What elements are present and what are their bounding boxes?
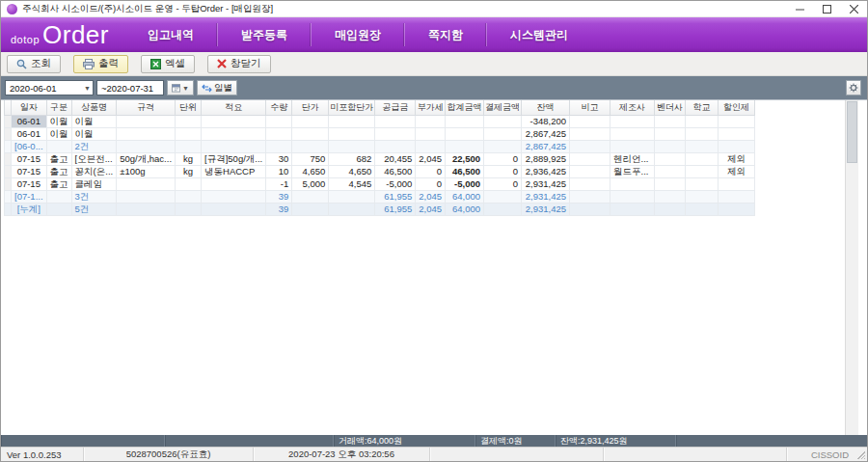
grid-cell[interactable] bbox=[329, 140, 375, 152]
grid-cell[interactable]: 61,955 bbox=[375, 190, 416, 203]
grid-cell[interactable]: 07-15 bbox=[12, 152, 47, 165]
grid-cell[interactable]: 07-15 bbox=[12, 165, 47, 177]
column-header[interactable]: 합계금액 bbox=[446, 100, 484, 115]
column-header[interactable]: 제조사 bbox=[610, 100, 655, 115]
grid-cell[interactable] bbox=[202, 190, 266, 203]
grid-cell[interactable]: 22,500 bbox=[446, 152, 484, 165]
grid-cell[interactable] bbox=[176, 127, 202, 140]
grid-cell[interactable]: [누계] bbox=[12, 203, 47, 215]
grid-cell[interactable] bbox=[176, 115, 202, 127]
search-button[interactable]: 조회 bbox=[7, 55, 61, 73]
grid-cell[interactable] bbox=[202, 127, 266, 140]
grid-cell[interactable] bbox=[570, 177, 610, 190]
grid-cell[interactable] bbox=[329, 115, 375, 127]
grid-cell[interactable]: 2,931,425 bbox=[522, 203, 570, 215]
grid-cell[interactable]: 클레임 bbox=[71, 177, 117, 190]
grid-cell[interactable] bbox=[329, 127, 375, 140]
grid-cell[interactable] bbox=[202, 115, 266, 127]
grid-cell[interactable]: 이월 bbox=[71, 127, 117, 140]
grid-cell[interactable]: 헨리언... bbox=[610, 152, 655, 165]
grid-cell[interactable] bbox=[484, 115, 522, 127]
grid-cell[interactable]: 월드푸... bbox=[610, 165, 655, 177]
maximize-button[interactable] bbox=[813, 1, 840, 16]
grid-cell[interactable] bbox=[176, 203, 202, 215]
grid-cell[interactable]: 0 bbox=[484, 165, 522, 177]
column-header[interactable]: 수량 bbox=[266, 100, 292, 115]
grid-cell[interactable] bbox=[375, 127, 416, 140]
grid-cell[interactable] bbox=[686, 190, 719, 203]
grid-cell[interactable] bbox=[686, 115, 719, 127]
grid-cell[interactable] bbox=[292, 140, 329, 152]
grid-cell[interactable] bbox=[686, 152, 719, 165]
grid-cell[interactable]: [오븐전... bbox=[71, 152, 117, 165]
grid-cell[interactable]: 46,500 bbox=[375, 165, 416, 177]
menu-item-incoming[interactable]: 입고내역 bbox=[124, 27, 217, 43]
grid-cell[interactable]: 682 bbox=[329, 152, 375, 165]
grid-cell[interactable]: 4,650 bbox=[292, 165, 329, 177]
grid-cell[interactable] bbox=[655, 177, 686, 190]
grid-cell[interactable] bbox=[176, 190, 202, 203]
grid-cell[interactable]: 06-01 bbox=[12, 115, 47, 127]
column-header[interactable]: 할인제 bbox=[719, 100, 755, 115]
grid-cell[interactable]: [06-0... bbox=[12, 140, 47, 152]
grid-cell[interactable] bbox=[610, 140, 655, 152]
close-button[interactable] bbox=[840, 1, 867, 16]
grid-cell[interactable] bbox=[655, 127, 686, 140]
grid-cell[interactable] bbox=[117, 140, 176, 152]
grid-cell[interactable]: 2,867,425 bbox=[522, 140, 570, 152]
grid-cell[interactable]: 출고 bbox=[46, 165, 71, 177]
grid-cell[interactable] bbox=[570, 115, 610, 127]
grid-cell[interactable]: 750 bbox=[292, 152, 329, 165]
grid-cell[interactable]: kg bbox=[176, 165, 202, 177]
grid-cell[interactable]: 39 bbox=[266, 190, 292, 203]
grid-cell[interactable] bbox=[176, 177, 202, 190]
grid-cell[interactable]: 5,000 bbox=[292, 177, 329, 190]
menu-item-purchase-ledger[interactable]: 매입원장 bbox=[312, 27, 404, 43]
vertical-scrollbar[interactable] bbox=[845, 100, 858, 435]
grid-cell[interactable] bbox=[292, 190, 329, 203]
grid-cell[interactable]: kg bbox=[176, 152, 202, 165]
grid-cell[interactable] bbox=[202, 203, 266, 215]
table-row[interactable]: 07-15출고클레임-15,0004,545-5,0000-5,00002,93… bbox=[5, 177, 755, 190]
grid-cell[interactable]: 07-15 bbox=[12, 177, 47, 190]
grid-cell[interactable] bbox=[46, 203, 71, 215]
grid-cell[interactable]: 39 bbox=[266, 203, 292, 215]
grid-cell[interactable]: [07-1... bbox=[12, 190, 47, 203]
grid-cell[interactable]: 2,889,925 bbox=[522, 152, 570, 165]
grid-cell[interactable] bbox=[446, 140, 484, 152]
table-row[interactable]: [06-0...2건2,867,425 bbox=[5, 140, 755, 152]
grid-cell[interactable]: 2,936,425 bbox=[522, 165, 570, 177]
column-header[interactable]: 단가 bbox=[292, 100, 329, 115]
grid-cell[interactable] bbox=[484, 140, 522, 152]
grid-cell[interactable] bbox=[266, 127, 292, 140]
table-row[interactable]: 07-15출고[오븐전...50g/개,hac...kg[규격]50g/개...… bbox=[5, 152, 755, 165]
column-header[interactable]: 잔액 bbox=[522, 100, 570, 115]
grid-cell[interactable]: -1 bbox=[266, 177, 292, 190]
grid-cell[interactable] bbox=[655, 140, 686, 152]
grid-cell[interactable] bbox=[117, 115, 176, 127]
grid-cell[interactable]: 3건 bbox=[71, 190, 117, 203]
exclude-link[interactable]: 제외 bbox=[719, 165, 755, 177]
minimize-button[interactable] bbox=[786, 1, 813, 16]
daily-view-button[interactable]: 일별 bbox=[197, 80, 237, 95]
menu-item-system[interactable]: 시스템관리 bbox=[487, 27, 591, 43]
grid-cell[interactable]: 06-01 bbox=[12, 127, 47, 140]
grid-cell[interactable] bbox=[686, 127, 719, 140]
grid-cell[interactable]: 냉동HACCP bbox=[202, 165, 266, 177]
excel-button[interactable]: 엑셀 bbox=[141, 55, 195, 73]
grid-cell[interactable]: 20,455 bbox=[375, 152, 416, 165]
grid-cell[interactable] bbox=[610, 115, 655, 127]
column-header[interactable]: 공급금 bbox=[375, 100, 416, 115]
scrollbar-thumb[interactable] bbox=[847, 101, 857, 163]
grid-cell[interactable]: -348,200 bbox=[522, 115, 570, 127]
grid-cell[interactable]: ±100g bbox=[117, 165, 176, 177]
calendar-dropdown-button[interactable]: ▼ bbox=[167, 80, 194, 95]
grid-cell[interactable] bbox=[117, 190, 176, 203]
grid-cell[interactable] bbox=[266, 140, 292, 152]
grid-cell[interactable] bbox=[292, 115, 329, 127]
grid-cell[interactable] bbox=[446, 127, 484, 140]
grid-cell[interactable] bbox=[570, 140, 610, 152]
grid-cell[interactable] bbox=[655, 190, 686, 203]
grid-cell[interactable] bbox=[46, 190, 71, 203]
grid-cell[interactable] bbox=[375, 115, 416, 127]
